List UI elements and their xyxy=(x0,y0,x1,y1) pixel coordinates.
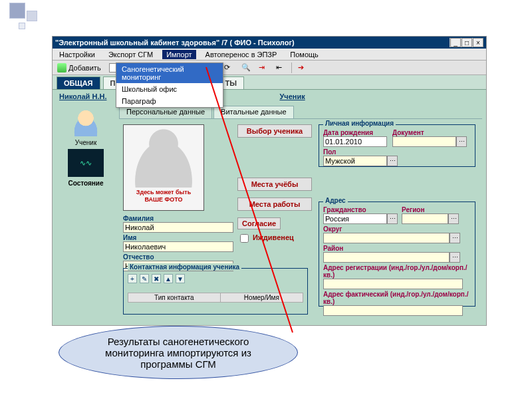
menu-autotransfer[interactable]: Автоперенос в ЭПЗР xyxy=(201,50,281,59)
contact-toolbar: + ✎ ✖ ▲ ▼ xyxy=(128,274,303,283)
student-role-link[interactable]: Ученик xyxy=(279,92,305,100)
sex-label: Пол xyxy=(323,148,471,156)
dob-label: Дата рождения xyxy=(323,129,387,136)
document-dropdown[interactable]: ⋯ xyxy=(456,136,467,147)
personal-info-group: Личная информация Дата рождения Документ… xyxy=(319,124,475,167)
contact-legend: Контактная информация ученика xyxy=(128,263,241,271)
menubar: Настройки Экспорт СГМ Импорт Автоперенос… xyxy=(53,49,486,61)
contact-col-number: Номер/Имя xyxy=(220,293,303,303)
window-controls: _ □ × xyxy=(450,38,483,47)
toolbar-add[interactable]: Добавить xyxy=(55,63,103,73)
contact-col-type: Тип контакта xyxy=(128,293,221,303)
region-dropdown[interactable]: ⋯ xyxy=(448,213,459,224)
choose-student-button[interactable]: Выбор ученика xyxy=(237,124,312,138)
action-buttons: Выбор ученика Места учёбы Места работы С… xyxy=(237,124,312,245)
annotation-callout: Результаты саногенетического мониторинга… xyxy=(59,326,298,379)
exit-icon: ➔ xyxy=(298,63,307,72)
export-icon: ⇥ xyxy=(259,63,268,72)
address-legend: Адрес xyxy=(323,197,348,204)
region-label: Регион xyxy=(402,206,459,213)
document-input[interactable] xyxy=(392,136,456,147)
sidebar-student-label: Ученик xyxy=(55,139,116,146)
slide-decoration xyxy=(9,3,25,19)
contact-group: Контактная информация ученика + ✎ ✖ ▲ ▼ … xyxy=(123,268,308,315)
dependent-label: Иждивенец xyxy=(253,233,294,241)
content-area: Ученик ∿∿ Состояние Персональные данные … xyxy=(53,103,486,325)
slide-decoration xyxy=(19,23,25,29)
okrug-input[interactable] xyxy=(323,233,450,243)
import-dropdown: Саногенетический мониторинг Школьный офи… xyxy=(116,63,223,108)
sidebar-state-label: Состояние xyxy=(55,180,116,187)
subtab-vital[interactable]: Витальные данные xyxy=(213,106,294,118)
toolbar-refresh[interactable]: ⟳ xyxy=(222,63,235,73)
menu-import[interactable]: Импорт xyxy=(162,50,196,59)
patronymic-label: Отчество xyxy=(123,253,233,261)
window-title: "Электронный школьный кабинет здоровья" … xyxy=(55,39,295,47)
citizenship-dropdown[interactable]: ⋯ xyxy=(387,213,398,224)
dob-input[interactable] xyxy=(323,136,387,147)
contact-down-icon[interactable]: ▼ xyxy=(176,274,185,283)
contact-delete-icon[interactable]: ✖ xyxy=(152,274,161,283)
titlebar: "Электронный школьный кабинет здоровья" … xyxy=(53,37,486,49)
citizenship-label: Гражданство xyxy=(323,206,398,213)
student-icon[interactable] xyxy=(68,108,104,136)
fact-address-label: Адрес фактический (инд./гор./ул./дом/кор… xyxy=(323,291,471,305)
toolbar-import[interactable]: ⇤ xyxy=(274,63,287,73)
document-label: Документ xyxy=(392,129,467,136)
callout-text: Результаты саногенетического мониторинга… xyxy=(78,336,279,370)
refresh-icon: ⟳ xyxy=(224,63,233,72)
search-icon: 🔍 xyxy=(241,63,251,72)
name-input[interactable] xyxy=(123,241,233,252)
contact-table: Тип контактаНомер/Имя xyxy=(128,293,303,303)
toolbar-exit[interactable]: ➔ xyxy=(296,63,309,73)
contact-up-icon[interactable]: ▲ xyxy=(164,274,173,283)
subtabs: Персональные данные Витальные данные xyxy=(119,106,482,119)
import-icon: ⇤ xyxy=(276,63,285,72)
dropdown-school-office[interactable]: Школьный офис xyxy=(116,83,223,95)
slide-decoration xyxy=(27,11,37,21)
citizenship-input[interactable] xyxy=(323,213,387,224)
state-icon[interactable]: ∿∿ xyxy=(68,149,104,177)
tab-general[interactable]: ОБЩАЯ xyxy=(57,76,100,89)
rayon-dropdown[interactable]: ⋯ xyxy=(450,252,460,263)
sex-dropdown[interactable]: ⋯ xyxy=(387,156,398,166)
student-name-link[interactable]: Николай Н.Н. xyxy=(59,92,106,100)
sidebar: Ученик ∿∿ Состояние xyxy=(55,106,116,187)
dropdown-paragraph[interactable]: Параграф xyxy=(116,95,223,107)
surname-input[interactable] xyxy=(123,222,233,233)
study-places-button[interactable]: Места учёбы xyxy=(237,178,312,191)
plus-icon xyxy=(57,63,66,72)
main-panel: Персональные данные Витальные данные Зде… xyxy=(119,106,482,321)
address-group: Адрес Гражданство ⋯ Регион ⋯ Округ ⋯ Рай xyxy=(319,201,475,307)
minimize-button[interactable]: _ xyxy=(450,38,461,47)
consent-button[interactable]: Согласие xyxy=(237,217,281,229)
menu-help[interactable]: Помощь xyxy=(286,50,323,59)
surname-label: Фамилия xyxy=(123,215,233,222)
menu-settings[interactable]: Настройки xyxy=(55,50,99,59)
okrug-label: Округ xyxy=(323,225,471,233)
toolbar-add-label: Добавить xyxy=(68,64,101,72)
contact-add-icon[interactable]: + xyxy=(128,274,137,283)
reg-address-input[interactable] xyxy=(323,279,463,289)
dropdown-sgm[interactable]: Саногенетический мониторинг xyxy=(116,63,223,83)
fact-address-input[interactable] xyxy=(323,305,463,316)
sex-input[interactable] xyxy=(323,156,387,166)
rayon-input[interactable] xyxy=(323,252,450,263)
restore-button[interactable]: □ xyxy=(462,38,472,47)
silhouette-icon xyxy=(124,125,203,188)
region-input[interactable] xyxy=(402,213,448,224)
toolbar-export[interactable]: ⇥ xyxy=(257,63,270,73)
toolbar-search[interactable]: 🔍 xyxy=(239,63,253,73)
name-label: Имя xyxy=(123,234,233,241)
close-button[interactable]: × xyxy=(473,38,483,47)
toolbar-separator xyxy=(291,63,292,73)
personal-legend: Личная информация xyxy=(323,120,396,127)
name-fields: Фамилия Имя Отчество xyxy=(123,213,233,271)
okrug-dropdown[interactable]: ⋯ xyxy=(450,233,460,243)
work-places-button[interactable]: Места работы xyxy=(237,198,312,211)
personal-panel: Здесь может бытьВАШЕ ФОТО Фамилия Имя От… xyxy=(119,122,482,321)
contact-edit-icon[interactable]: ✎ xyxy=(140,274,149,283)
menu-export-sgm[interactable]: Экспорт СГМ xyxy=(104,50,157,59)
dependent-checkbox[interactable] xyxy=(240,234,249,243)
photo-placeholder[interactable]: Здесь может бытьВАШЕ ФОТО xyxy=(123,124,204,211)
